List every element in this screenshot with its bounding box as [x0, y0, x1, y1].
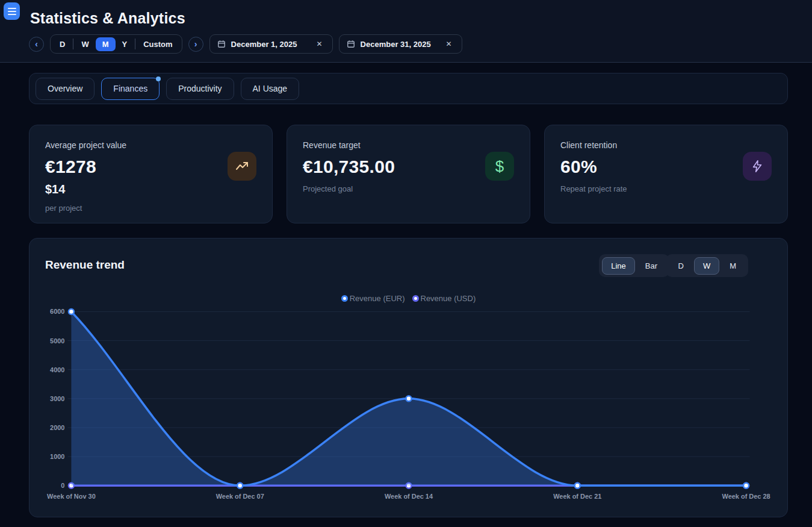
range-option-month[interactable]: M [96, 37, 116, 51]
end-date-value: December 31, 2025 [361, 40, 438, 49]
stat-card-client-retention: Client retention 60% Repeat project rate [544, 125, 788, 223]
hamburger-menu-icon[interactable] [4, 2, 20, 20]
revenue-trend-card: Revenue trend Line Bar D W M Revenue (EU… [29, 238, 788, 517]
clear-end-date-icon[interactable]: ✕ [444, 39, 454, 49]
svg-text:1000: 1000 [50, 453, 64, 460]
svg-text:6000: 6000 [50, 308, 64, 315]
stat-title: Client retention [560, 140, 772, 150]
range-option-year[interactable]: Y [116, 37, 134, 51]
svg-text:Week of Nov 30: Week of Nov 30 [47, 493, 96, 500]
calendar-icon [217, 40, 226, 48]
stat-title: Average project value [45, 140, 256, 150]
svg-text:Week of Dec 14: Week of Dec 14 [385, 493, 433, 500]
stat-card-revenue-target: Revenue target €10,735.00 Projected goal… [287, 125, 530, 223]
dollar-sign-icon: $ [485, 152, 514, 181]
tab-finances[interactable]: Finances [101, 78, 160, 100]
tab-productivity[interactable]: Productivity [166, 78, 234, 100]
svg-text:3000: 3000 [50, 395, 64, 402]
stat-caption: Repeat project rate [560, 184, 772, 193]
next-period-button[interactable]: › [188, 37, 203, 52]
clear-start-date-icon[interactable]: ✕ [314, 39, 325, 49]
range-preset-segmented-control: D W M Y Custom [50, 34, 182, 54]
divider [135, 39, 135, 49]
stat-title: Revenue target [303, 140, 514, 150]
stat-value: €1278 [45, 157, 256, 177]
tab-ai-usage[interactable]: AI Usage [241, 78, 300, 100]
tab-finances-label: Finances [113, 84, 147, 93]
start-date-value: December 1, 2025 [231, 40, 309, 49]
svg-text:Week of Dec 21: Week of Dec 21 [553, 493, 601, 500]
svg-text:Week of Dec 28: Week of Dec 28 [722, 493, 770, 500]
date-range-controls: ‹ D W M Y Custom › December 1, 2025 ✕ [29, 34, 462, 54]
chevron-right-icon: › [194, 39, 197, 49]
svg-text:0: 0 [61, 482, 64, 489]
lightning-bolt-icon [743, 152, 772, 181]
stat-cards-row: Average project value €1278 $14 per proj… [29, 125, 788, 223]
svg-text:2000: 2000 [50, 424, 64, 431]
end-date-input[interactable]: December 31, 2025 ✕ [339, 34, 462, 54]
line-chart-canvas[interactable]: 0100020003000400050006000Week of Nov 30W… [29, 239, 787, 517]
stat-caption: per project [45, 204, 256, 213]
stat-card-average-project-value: Average project value €1278 $14 per proj… [29, 125, 273, 223]
divider [73, 39, 73, 49]
page-title: Statistics & Analytics [30, 10, 185, 27]
prev-period-button[interactable]: ‹ [29, 37, 44, 52]
svg-text:5000: 5000 [50, 337, 64, 345]
start-date-input[interactable]: December 1, 2025 ✕ [209, 34, 333, 54]
stat-caption: Projected goal [303, 184, 514, 193]
svg-text:Week of Dec 07: Week of Dec 07 [216, 493, 264, 500]
svg-text:4000: 4000 [50, 366, 64, 373]
stat-value: 60% [560, 157, 772, 177]
range-option-day[interactable]: D [53, 37, 72, 51]
range-option-custom[interactable]: Custom [137, 37, 179, 51]
range-option-week[interactable]: W [75, 37, 95, 51]
chevron-left-icon: ‹ [35, 39, 38, 49]
app-header: Statistics & Analytics ‹ D W M Y Custom … [0, 0, 812, 63]
notification-dot [156, 76, 161, 81]
tab-overview[interactable]: Overview [36, 78, 95, 100]
stat-value: €10,735.00 [303, 157, 514, 177]
section-tabbar: Overview Finances Productivity AI Usage [29, 73, 788, 104]
calendar-icon [347, 40, 355, 48]
trending-up-icon [228, 152, 256, 181]
stat-secondary-value: $14 [45, 182, 256, 196]
